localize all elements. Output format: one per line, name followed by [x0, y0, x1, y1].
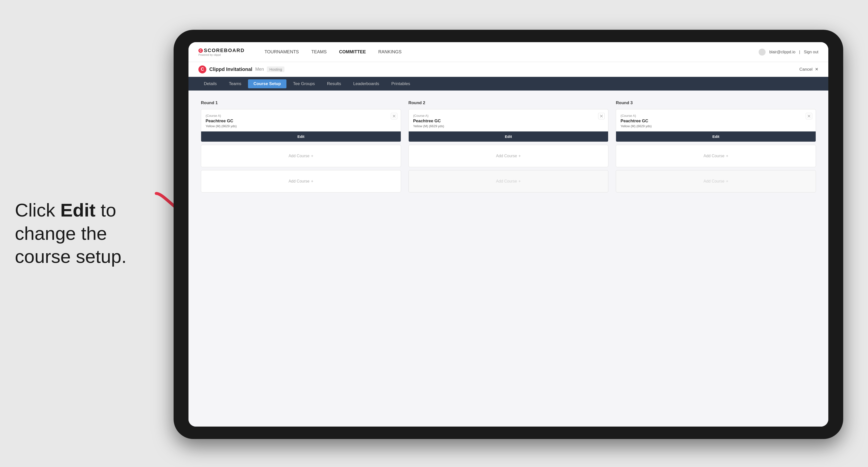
rounds-grid: Round 1 (Course A) Peachtree GC Yellow (…: [201, 100, 816, 195]
nav-links: TOURNAMENTS TEAMS COMMITTEE RANKINGS: [265, 48, 744, 56]
round-3-add-course-text-1: Add Course+: [704, 154, 728, 158]
round-3-column: Round 3 (Course A) Peachtree GC Yellow (…: [616, 100, 816, 195]
main-content: Round 1 (Course A) Peachtree GC Yellow (…: [188, 91, 828, 427]
tournament-bar: C Clippd Invitational Men Hosting Cancel…: [188, 62, 828, 77]
round-3-label: Round 3: [616, 100, 816, 105]
instruction-panel: Click Edit tochange thecourse setup.: [0, 0, 174, 467]
tournament-name: Clippd Invitational: [209, 66, 252, 72]
separator: |: [799, 50, 800, 54]
round-2-column: Round 2 (Course A) Peachtree GC Yellow (…: [408, 100, 609, 195]
tab-printables[interactable]: Printables: [386, 80, 416, 88]
round-3-course-details: Yellow (M) (6629 yds): [620, 124, 811, 128]
round-3-edit-button[interactable]: Edit: [616, 131, 816, 142]
round-2-edit-button[interactable]: Edit: [409, 131, 608, 142]
round-2-delete-button[interactable]: [598, 113, 604, 119]
round-3-add-course-1[interactable]: Add Course+: [616, 145, 816, 167]
round-2-course-details: Yellow (M) (6629 yds): [413, 124, 604, 128]
round-2-course-card: (Course A) Peachtree GC Yellow (M) (6629…: [408, 109, 609, 142]
tab-course-setup[interactable]: Course Setup: [248, 80, 286, 88]
round-1-course-name: Peachtree GC: [206, 119, 396, 124]
round-1-add-course-text-1: Add Course+: [288, 154, 313, 158]
round-1-edit-button[interactable]: Edit: [201, 131, 401, 142]
sign-out-link[interactable]: Sign out: [804, 50, 818, 54]
round-1-add-course-text-2: Add Course+: [288, 179, 313, 184]
cancel-x: ✕: [815, 67, 818, 72]
instruction-text: Click Edit tochange thecourse setup.: [15, 199, 126, 268]
nav-teams[interactable]: TEAMS: [311, 48, 327, 56]
round-2-add-course-text-2: Add Course+: [496, 179, 521, 184]
round-3-course-card: (Course A) Peachtree GC Yellow (M) (6629…: [616, 109, 816, 142]
tournament-logo: C: [198, 65, 206, 73]
scoreboard-logo: C SCOREBOARD Powered by clippd: [198, 48, 245, 56]
nav-committee[interactable]: COMMITTEE: [339, 48, 366, 56]
cancel-button[interactable]: Cancel ✕: [799, 67, 818, 72]
tablet-screen: C SCOREBOARD Powered by clippd TOURNAMEN…: [188, 42, 828, 427]
tab-teams[interactable]: Teams: [223, 80, 247, 88]
round-2-course-name: Peachtree GC: [413, 119, 604, 124]
round-1-add-course-2[interactable]: Add Course+: [201, 170, 401, 192]
tab-results[interactable]: Results: [321, 80, 346, 88]
nav-rankings[interactable]: RANKINGS: [378, 48, 402, 56]
tab-tee-groups[interactable]: Tee Groups: [288, 80, 320, 88]
nav-tournaments[interactable]: TOURNAMENTS: [265, 48, 299, 56]
round-3-add-course-2: Add Course+: [616, 170, 816, 192]
round-2-label: Round 2: [408, 100, 609, 105]
round-1-label: Round 1: [201, 100, 401, 105]
round-2-add-course-1[interactable]: Add Course+: [408, 145, 609, 167]
tablet-device: C SCOREBOARD Powered by clippd TOURNAMEN…: [174, 30, 843, 439]
tournament-info: C Clippd Invitational Men Hosting: [198, 65, 284, 73]
round-1-course-label: (Course A): [206, 114, 396, 118]
round-1-course-card: (Course A) Peachtree GC Yellow (M) (6629…: [201, 109, 401, 142]
user-avatar: [758, 49, 766, 56]
round-2-add-course-text-1: Add Course+: [496, 154, 521, 158]
tournament-status: Hosting: [267, 66, 284, 72]
user-email: blair@clippd.io: [769, 50, 795, 54]
round-1-column: Round 1 (Course A) Peachtree GC Yellow (…: [201, 100, 401, 195]
top-nav: C SCOREBOARD Powered by clippd TOURNAMEN…: [188, 42, 828, 62]
round-2-course-label: (Course A): [413, 114, 604, 118]
round-1-course-details: Yellow (M) (6629 yds): [206, 124, 396, 128]
round-3-delete-button[interactable]: [806, 113, 812, 119]
round-3-course-label: (Course A): [620, 114, 811, 118]
logo-subtitle: Powered by clippd: [198, 53, 245, 56]
nav-right: blair@clippd.io | Sign out: [758, 49, 818, 56]
tournament-gender: Men: [255, 67, 264, 72]
tab-bar: Details Teams Course Setup Tee Groups Re…: [188, 77, 828, 91]
round-1-delete-button[interactable]: [391, 113, 397, 119]
logo-title: SCOREBOARD: [204, 48, 245, 53]
cancel-area[interactable]: Cancel ✕: [799, 67, 818, 72]
tab-leaderboards[interactable]: Leaderboards: [348, 80, 385, 88]
round-2-add-course-2: Add Course+: [408, 170, 609, 192]
round-1-add-course-1[interactable]: Add Course+: [201, 145, 401, 167]
round-3-add-course-text-2: Add Course+: [704, 179, 728, 184]
logo-letter: C: [198, 49, 203, 53]
round-3-course-name: Peachtree GC: [620, 119, 811, 124]
tab-details[interactable]: Details: [198, 80, 222, 88]
